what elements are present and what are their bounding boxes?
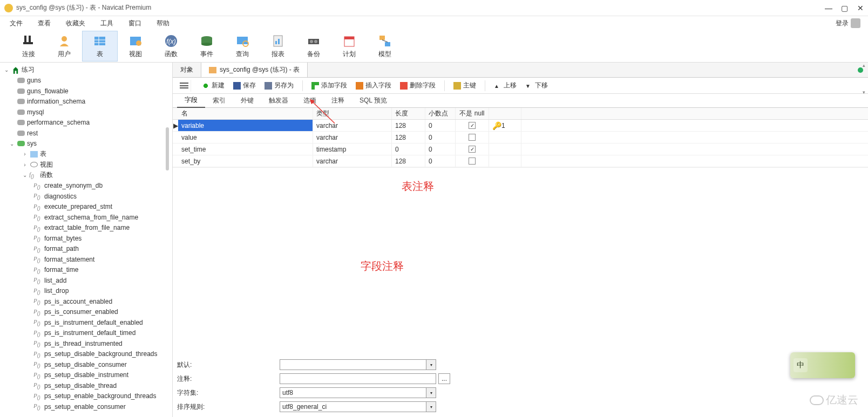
ime-mode[interactable]: 中: [794, 358, 808, 372]
tree-database[interactable]: information_schema: [0, 97, 172, 107]
tree-database[interactable]: mysql: [0, 107, 172, 118]
cell-type[interactable]: varchar: [313, 120, 392, 131]
menu-help[interactable]: 帮助: [149, 17, 177, 30]
tool-backup[interactable]: 备份: [296, 31, 331, 61]
tree-function-item[interactable]: P()format_statement: [0, 254, 172, 265]
tree-functions[interactable]: ⌄f()函数: [0, 170, 172, 181]
delete-field-button[interactable]: 删除字段: [400, 81, 436, 90]
tab-options[interactable]: 选项: [296, 94, 324, 107]
cell-decimal[interactable]: 0: [425, 155, 456, 167]
menu-tools[interactable]: 工具: [93, 17, 121, 30]
prop-comment-dialog-button[interactable]: ...: [438, 373, 450, 384]
tab-object[interactable]: 对象: [173, 63, 201, 77]
tree-function-item[interactable]: P()list_drop: [0, 286, 172, 297]
connection-tree[interactable]: ⌄ 练习 gunsguns_flowableinformation_schema…: [0, 63, 173, 417]
prop-comment-input[interactable]: [280, 373, 436, 384]
add-field-button[interactable]: 添加字段: [311, 81, 347, 90]
new-button[interactable]: 新建: [202, 81, 225, 90]
tree-function-item[interactable]: P()ps_is_thread_instrumented: [0, 338, 172, 349]
cell-length[interactable]: 0: [392, 143, 425, 155]
tab-fields[interactable]: 字段: [177, 93, 205, 108]
cell-type[interactable]: timestamp: [313, 143, 392, 155]
cell-length[interactable]: 128: [392, 120, 425, 131]
tree-database[interactable]: guns_flowable: [0, 86, 172, 97]
prop-collation-select[interactable]: utf8_general_ci▾: [280, 401, 436, 412]
tool-connection[interactable]: 连接: [11, 31, 46, 61]
tree-function-item[interactable]: P()create_synonym_db: [0, 181, 172, 192]
tree-function-item[interactable]: P()ps_setup_disable_thread: [0, 380, 172, 391]
tool-user[interactable]: 用户: [46, 31, 82, 61]
tree-function-item[interactable]: P()format_bytes: [0, 233, 172, 244]
hamburger-button[interactable]: [177, 80, 191, 92]
saveas-button[interactable]: 另存为: [265, 81, 294, 90]
tool-function[interactable]: f(x)函数: [153, 31, 189, 61]
tool-table[interactable]: 表: [82, 31, 118, 61]
menu-window[interactable]: 窗口: [121, 17, 149, 30]
col-notnull[interactable]: 不是 null: [456, 108, 489, 119]
cell-name[interactable]: set_time: [178, 143, 313, 155]
tab-comment[interactable]: 注释: [324, 94, 352, 107]
tree-function-item[interactable]: P()list_add: [0, 275, 172, 286]
chevron-down-icon[interactable]: ⌄: [3, 67, 10, 73]
menu-view[interactable]: 查看: [30, 17, 58, 30]
tree-function-item[interactable]: P()ps_is_instrument_default_enabled: [0, 317, 172, 328]
save-button[interactable]: 保存: [233, 81, 256, 90]
col-name[interactable]: 名: [178, 108, 313, 119]
tree-function-item[interactable]: P()ps_is_account_enabled: [0, 296, 172, 307]
tree-database[interactable]: ⌄sys: [0, 139, 172, 149]
tree-database[interactable]: guns: [0, 76, 172, 86]
tree-function-item[interactable]: P()ps_is_consumer_enabled: [0, 307, 172, 318]
cell-decimal[interactable]: 0: [425, 132, 456, 143]
tree-function-item[interactable]: P()ps_setup_enable_consumer: [0, 401, 172, 412]
checkbox-icon[interactable]: [469, 158, 476, 165]
grid-row[interactable]: ▶variablevarchar1280✓🔑1: [173, 120, 868, 132]
tree-function-item[interactable]: P()diagnostics: [0, 191, 172, 202]
content-scrollbar[interactable]: ▴▾: [859, 63, 868, 95]
close-button[interactable]: ✕: [857, 5, 864, 11]
tool-schedule[interactable]: 计划: [331, 31, 367, 61]
tree-function-item[interactable]: P()ps_is_instrument_default_timed: [0, 328, 172, 339]
col-type[interactable]: 类型: [313, 108, 392, 119]
tree-function-item[interactable]: P()format_path: [0, 244, 172, 255]
col-key[interactable]: [489, 108, 521, 119]
cell-key[interactable]: [489, 155, 521, 167]
tab-current-table[interactable]: sys_config @sys (练习) - 表: [201, 63, 308, 77]
tree-database[interactable]: performance_schema: [0, 118, 172, 128]
menu-file[interactable]: 文件: [2, 17, 30, 30]
tool-report[interactable]: 报表: [260, 31, 296, 61]
dropdown-icon[interactable]: ▾: [426, 388, 436, 398]
grid-row[interactable]: set_timetimestamp00✓: [173, 143, 868, 155]
grid-row[interactable]: valuevarchar1280: [173, 132, 868, 143]
maximize-button[interactable]: ▢: [841, 5, 847, 11]
tool-event[interactable]: 事件: [189, 31, 225, 61]
cell-notnull[interactable]: ✓: [456, 143, 489, 155]
cell-type[interactable]: varchar: [313, 155, 392, 167]
cell-key[interactable]: 🔑1: [489, 120, 521, 131]
move-down-button[interactable]: 下移: [525, 81, 548, 90]
tool-model[interactable]: 模型: [367, 31, 403, 61]
cell-name[interactable]: value: [178, 132, 313, 143]
prop-default-input[interactable]: ▾: [280, 359, 436, 370]
chevron-down-icon[interactable]: ⌄: [22, 172, 28, 178]
col-decimal[interactable]: 小数点: [425, 108, 456, 119]
cell-length[interactable]: 128: [392, 132, 425, 143]
chevron-right-icon[interactable]: ›: [22, 151, 28, 157]
cell-type[interactable]: varchar: [313, 132, 392, 143]
tree-connection[interactable]: ⌄ 练习: [0, 65, 172, 76]
prop-charset-select[interactable]: utf8▾: [280, 387, 436, 398]
tree-function-item[interactable]: P()ps_setup_disable_background_threads: [0, 349, 172, 360]
checkbox-icon[interactable]: [469, 134, 476, 141]
cell-notnull[interactable]: ✓: [456, 120, 489, 131]
ime-widget[interactable]: 中: [790, 352, 855, 378]
chevron-right-icon[interactable]: ›: [22, 162, 28, 168]
tab-indexes[interactable]: 索引: [205, 94, 233, 107]
cell-key[interactable]: [489, 132, 521, 143]
tree-function-item[interactable]: P()ps_setup_disable_instrument: [0, 370, 172, 381]
cell-decimal[interactable]: 0: [425, 143, 456, 155]
insert-field-button[interactable]: 插入字段: [356, 81, 391, 90]
move-up-button[interactable]: 上移: [494, 81, 517, 90]
menu-favorites[interactable]: 收藏夹: [58, 17, 93, 30]
chevron-down-icon[interactable]: ⌄: [9, 141, 15, 147]
fields-grid[interactable]: 名 类型 长度 小数点 不是 null ▶variablevarchar1280…: [173, 108, 868, 168]
tree-function-item[interactable]: P()extract_table_from_file_name: [0, 223, 172, 234]
